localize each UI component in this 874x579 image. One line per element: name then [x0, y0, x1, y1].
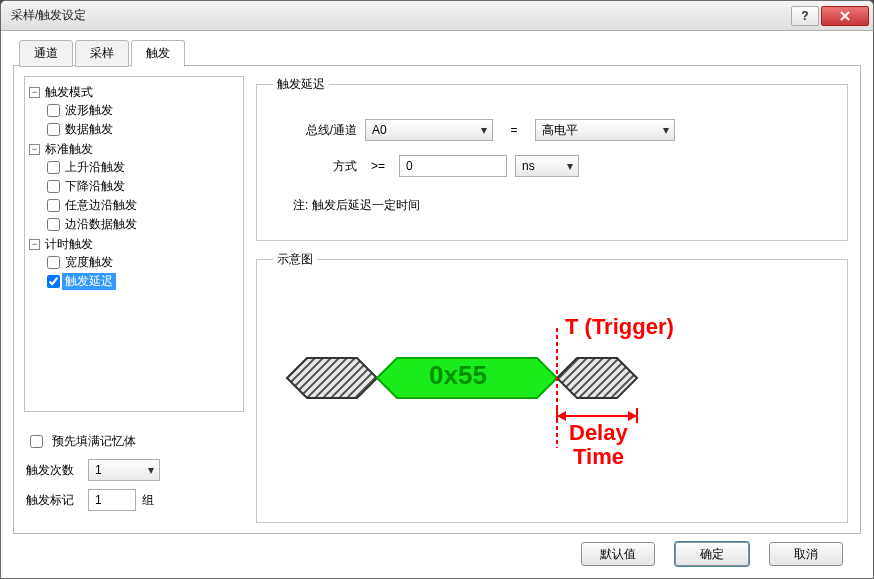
trigger-count-select[interactable]: 1: [88, 459, 160, 481]
tree-item-label[interactable]: 上升沿触发: [62, 159, 128, 176]
diagram-legend: 示意图: [273, 251, 317, 268]
right-column: 触发延迟 总线/通道 A0 = 高电平 方式 >=: [254, 76, 850, 523]
svg-marker-8: [557, 411, 566, 421]
cb-data-trigger[interactable]: [47, 123, 60, 136]
tree-node-standard[interactable]: 标准触发: [42, 141, 96, 158]
tree-item-label-selected[interactable]: 触发延迟: [62, 273, 116, 290]
trigger-tree: − 触发模式 波形触发 数据触发: [24, 76, 244, 412]
titlebar: 采样/触发设定 ?: [1, 1, 873, 31]
dialog-buttons: 默认值 确定 取消: [13, 534, 861, 566]
trigger-count-value: 1: [95, 463, 102, 477]
tree-item-label[interactable]: 边沿数据触发: [62, 216, 140, 233]
cb-any-edge[interactable]: [47, 199, 60, 212]
cb-width-trigger[interactable]: [47, 256, 60, 269]
settings-group: 触发延迟 总线/通道 A0 = 高电平 方式 >=: [256, 76, 848, 241]
prefill-label: 预先填满记忆体: [52, 433, 136, 450]
content-area: 通道 采样 触发 − 触发模式: [1, 31, 873, 578]
cb-edge-data[interactable]: [47, 218, 60, 231]
bus-channel-label: 总线/通道: [273, 122, 357, 139]
svg-marker-3: [557, 358, 637, 398]
diagram-canvas: T (Trigger) 0x55 Delay Time: [277, 308, 797, 478]
tree-node-mode[interactable]: 触发模式: [42, 84, 96, 101]
equals-label: =: [501, 123, 527, 137]
diagram-trigger-label: T (Trigger): [565, 314, 674, 340]
tab-bar: 通道 采样 触发: [13, 39, 861, 66]
diagram-group: 示意图: [256, 251, 848, 523]
tab-sample[interactable]: 采样: [75, 40, 129, 67]
diagram-svg: [277, 308, 797, 478]
trigger-mark-unit: 组: [142, 492, 154, 509]
tree-item-label[interactable]: 波形触发: [62, 102, 116, 119]
tree-toggle-mode[interactable]: −: [29, 87, 40, 98]
trigger-mark-label: 触发标记: [26, 492, 82, 509]
cb-waveform-trigger[interactable]: [47, 104, 60, 117]
level-select[interactable]: 高电平: [535, 119, 675, 141]
tree-toggle-timing[interactable]: −: [29, 239, 40, 250]
bus-select-value: A0: [372, 123, 387, 137]
mode-unit-select[interactable]: ns: [515, 155, 579, 177]
tab-trigger[interactable]: 触发: [131, 40, 185, 67]
help-button[interactable]: ?: [791, 6, 819, 26]
cb-trigger-delay[interactable]: [47, 275, 60, 288]
mode-operator: >=: [365, 159, 391, 173]
tree-item-label[interactable]: 宽度触发: [62, 254, 116, 271]
window-title: 采样/触发设定: [11, 7, 789, 24]
close-icon: [839, 11, 851, 21]
level-select-value: 高电平: [542, 122, 578, 139]
cb-prefill-memory[interactable]: [30, 435, 43, 448]
tab-panel-trigger: − 触发模式 波形触发 数据触发: [13, 65, 861, 534]
tree-item-label[interactable]: 任意边沿触发: [62, 197, 140, 214]
tree-item-label[interactable]: 数据触发: [62, 121, 116, 138]
tree-item-label[interactable]: 下降沿触发: [62, 178, 128, 195]
svg-marker-9: [628, 411, 637, 421]
mode-unit-value: ns: [522, 159, 535, 173]
ok-button[interactable]: 确定: [675, 542, 749, 566]
diagram-delay-label-1: Delay: [569, 420, 628, 446]
left-options: 预先填满记忆体 触发次数 1 触发标记 组: [24, 420, 244, 523]
svg-marker-1: [287, 358, 377, 398]
tab-channel[interactable]: 通道: [19, 40, 73, 67]
trigger-count-label: 触发次数: [26, 462, 82, 479]
diagram-delay-label-2: Time: [573, 444, 624, 470]
cancel-button[interactable]: 取消: [769, 542, 843, 566]
default-button[interactable]: 默认值: [581, 542, 655, 566]
cb-falling-edge[interactable]: [47, 180, 60, 193]
mode-label: 方式: [273, 158, 357, 175]
diagram-data-label: 0x55: [429, 360, 487, 391]
close-button[interactable]: [821, 6, 869, 26]
bus-select[interactable]: A0: [365, 119, 493, 141]
settings-note: 注: 触发后延迟一定时间: [273, 197, 420, 214]
settings-legend: 触发延迟: [273, 76, 329, 93]
cb-rising-edge[interactable]: [47, 161, 60, 174]
tree-toggle-standard[interactable]: −: [29, 144, 40, 155]
tree-node-timing[interactable]: 计时触发: [42, 236, 96, 253]
mode-value-input[interactable]: [399, 155, 507, 177]
left-column: − 触发模式 波形触发 数据触发: [24, 76, 244, 523]
trigger-mark-input[interactable]: [88, 489, 136, 511]
dialog-window: 采样/触发设定 ? 通道 采样 触发 − 触发模式: [0, 0, 874, 579]
